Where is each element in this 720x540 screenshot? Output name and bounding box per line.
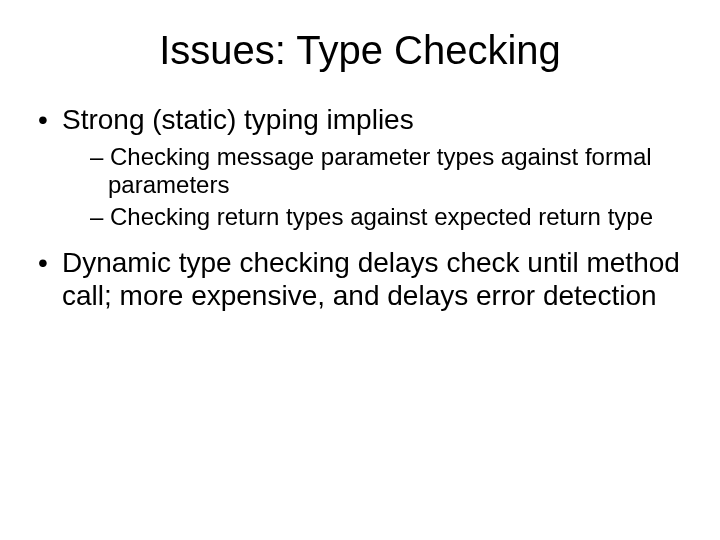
bullet-list: Strong (static) typing implies Checking … <box>36 103 684 313</box>
sub-list-item: Checking return types against expected r… <box>62 203 684 231</box>
sub-bullet-text: Checking return types against expected r… <box>110 203 653 230</box>
slide: Issues: Type Checking Strong (static) ty… <box>0 0 720 540</box>
list-item: Strong (static) typing implies Checking … <box>36 103 684 232</box>
bullet-text: Dynamic type checking delays check until… <box>62 247 680 312</box>
sub-list: Checking message parameter types against… <box>62 143 684 232</box>
list-item: Dynamic type checking delays check until… <box>36 246 684 313</box>
slide-title: Issues: Type Checking <box>36 28 684 73</box>
bullet-text: Strong (static) typing implies <box>62 104 414 135</box>
sub-bullet-text: Checking message parameter types against… <box>108 143 652 198</box>
sub-list-item: Checking message parameter types against… <box>62 143 684 200</box>
